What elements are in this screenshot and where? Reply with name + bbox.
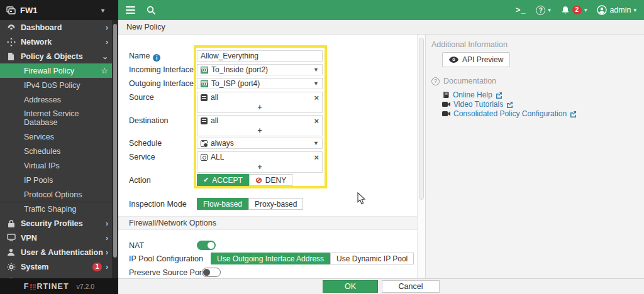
sidebar-item-network[interactable]: Network ›: [0, 35, 112, 49]
destination-add-button[interactable]: +: [197, 126, 323, 136]
gear-icon: [6, 262, 16, 271]
sidebar-item-firewall-policy[interactable]: Firewall Policy ☆: [0, 63, 112, 78]
video-camera-icon: [442, 101, 450, 107]
deny-button[interactable]: ⊘DENY: [249, 174, 292, 186]
cli-console-icon[interactable]: >_: [516, 6, 526, 14]
hostname-header[interactable]: FW1 ▾: [0, 0, 118, 20]
admin-username: admin: [609, 6, 631, 14]
flow-based-button[interactable]: Flow-based: [197, 198, 248, 210]
sidebar-item-schedules[interactable]: Schedules: [0, 144, 112, 158]
fortinet-logo: FRTINET: [24, 282, 69, 291]
proxy-based-label: Proxy-based: [255, 200, 297, 209]
source-add-button[interactable]: +: [197, 102, 323, 113]
sidebar: FW1 ▾ Dashboard › Network › Policy & Obj…: [0, 0, 118, 294]
chevron-down-icon: ⌄: [102, 52, 108, 61]
video-tutorials-link[interactable]: Video Tutorials: [442, 100, 513, 109]
schedule-select[interactable]: always ▼: [197, 138, 323, 149]
sidebar-item-traffic-shaping[interactable]: Traffic Shaping: [0, 202, 112, 216]
hamburger-menu-icon[interactable]: [126, 6, 135, 14]
sidebar-item-virtual-ips[interactable]: Virtual IPs: [0, 158, 112, 173]
incoming-interface-value: To_Inside (port2): [211, 65, 268, 74]
outgoing-interface-value: To_ISP (port4): [211, 79, 260, 88]
notifications-menu[interactable]: 2 ▾: [561, 6, 587, 15]
outgoing-interface-select[interactable]: To_ISP (port4) ▼: [197, 78, 323, 89]
chevron-down-icon: ▼: [313, 67, 319, 73]
chevron-right-icon: ›: [106, 219, 108, 228]
sidebar-item-dashboard[interactable]: Dashboard ›: [0, 20, 112, 35]
hostname-label: FW1: [20, 6, 37, 15]
chevron-down-icon: ▾: [584, 7, 587, 13]
source-value: all: [211, 93, 218, 102]
api-preview-label: API Preview: [462, 55, 503, 64]
ip-pool-configuration-label: IP Pool Configuration: [129, 254, 203, 263]
help-menu[interactable]: ? ▾: [536, 6, 551, 15]
sidebar-footer: FRTINET v7.2.0: [0, 278, 118, 294]
admin-menu[interactable]: admin ▾: [597, 5, 636, 15]
proxy-based-button[interactable]: Proxy-based: [248, 198, 303, 210]
destination-entry[interactable]: all ×: [197, 115, 323, 126]
use-outgoing-interface-address-label: Use Outgoing Interface Address: [217, 254, 324, 263]
sidebar-scrollbar[interactable]: [112, 20, 118, 278]
form-scrollbar-thumb[interactable]: [419, 38, 424, 200]
accept-button[interactable]: ✔ACCEPT: [197, 174, 249, 186]
sidebar-item-internet-service-database[interactable]: Internet Service Database: [0, 107, 112, 129]
sidebar-item-security-profiles[interactable]: Security Profiles ›: [0, 216, 112, 231]
sidebar-item-system[interactable]: System 1 ›: [0, 259, 112, 274]
sidebar-item-label: IPv4 DoS Policy: [24, 81, 80, 90]
remove-icon[interactable]: ×: [314, 153, 319, 162]
api-preview-button[interactable]: API Preview: [442, 52, 510, 67]
nat-toggle[interactable]: [197, 241, 216, 250]
check-icon: ✔: [203, 176, 209, 184]
user-icon: [6, 248, 16, 257]
form-scrollbar[interactable]: [417, 35, 425, 278]
remove-icon[interactable]: ×: [314, 93, 319, 102]
sidebar-item-ipv4-dos-policy[interactable]: IPv4 DoS Policy: [0, 78, 112, 92]
address-object-icon: [201, 94, 208, 101]
deny-label: DENY: [265, 176, 286, 185]
sidebar-item-label: Firewall Policy: [24, 67, 74, 75]
add-icon: +: [257, 103, 262, 112]
bell-icon: [561, 6, 570, 15]
incoming-interface-label: Incoming Interface: [129, 65, 194, 74]
search-icon[interactable]: [147, 6, 156, 15]
sidebar-item-label: Schedules: [24, 147, 60, 156]
name-input[interactable]: Allow_Everything: [197, 50, 323, 62]
sidebar-item-protocol-options[interactable]: Protocol Options: [0, 187, 112, 202]
online-help-link[interactable]: Online Help: [442, 90, 502, 99]
name-label: Namei: [129, 52, 160, 62]
sidebar-item-ip-pools[interactable]: IP Pools: [0, 173, 112, 187]
use-outgoing-interface-address-button[interactable]: Use Outgoing Interface Address: [211, 253, 330, 264]
consolidated-policy-configuration-link[interactable]: Consolidated Policy Configuration: [442, 109, 577, 118]
preserve-source-port-toggle[interactable]: [202, 268, 221, 277]
documentation-title: Documentation: [443, 77, 496, 85]
outgoing-interface-label: Outgoing Interface: [129, 79, 194, 88]
toggle-knob: [208, 242, 214, 249]
destination-value: all: [211, 116, 218, 125]
sidebar-item-label: IP Pools: [24, 176, 53, 185]
firewall-device-icon: [6, 6, 16, 14]
ok-button[interactable]: OK: [323, 280, 378, 293]
source-entry[interactable]: all ×: [197, 92, 323, 103]
service-entry[interactable]: ALL ×: [197, 151, 323, 163]
sidebar-item-policy-objects[interactable]: Policy & Objects ⌄: [0, 49, 112, 63]
interface-icon: [201, 67, 208, 74]
network-arrows-icon: [6, 37, 16, 46]
nat-label: NAT: [129, 241, 144, 250]
sidebar-item-label: Network: [21, 38, 52, 46]
sidebar-item-label: VPN: [21, 234, 37, 242]
favorite-star-icon[interactable]: ☆: [101, 66, 108, 75]
brand-prefix: F: [24, 282, 30, 291]
sidebar-item-vpn[interactable]: VPN ›: [0, 231, 112, 245]
use-dynamic-ip-pool-button[interactable]: Use Dynamic IP Pool: [330, 253, 414, 264]
topbar: >_ ? ▾ 2 ▾ admin ▾: [118, 0, 644, 20]
additional-information-panel: Additional Information API Preview ? Doc…: [425, 35, 644, 278]
sidebar-item-services[interactable]: Services: [0, 129, 112, 144]
service-add-button[interactable]: +: [197, 162, 323, 173]
sidebar-item-addresses[interactable]: Addresses: [0, 92, 112, 107]
incoming-interface-select[interactable]: To_Inside (port2) ▼: [197, 64, 323, 75]
remove-icon[interactable]: ×: [314, 116, 319, 126]
sidebar-item-user-authentication[interactable]: User & Authentication ›: [0, 245, 112, 259]
chevron-right-icon: ›: [106, 248, 108, 257]
cancel-button[interactable]: Cancel: [382, 280, 440, 293]
sidebar-scrollbar-thumb[interactable]: [113, 24, 117, 258]
